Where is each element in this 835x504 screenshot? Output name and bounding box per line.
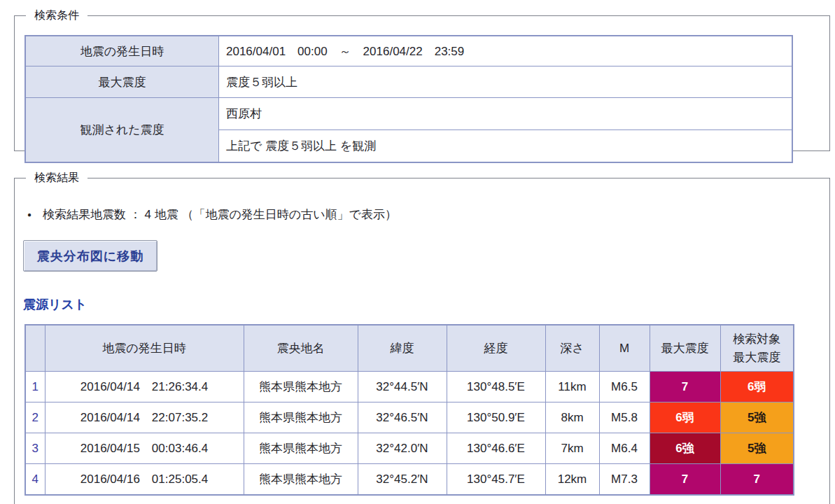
header-datetime: 地震の発生日時 [45,325,244,372]
bullet-icon: ● [27,211,31,218]
magnitude-cell: M5.8 [599,402,650,433]
header-longitude: 経度 [447,325,545,372]
max-intensity-cell: 6強 [650,433,720,464]
search-conditions-table: 地震の発生日時 2016/04/01 00:00 ～ 2016/04/22 23… [24,35,793,163]
table-row: 1 2016/04/14 21:26:34.4 熊本県熊本地方 32°44.5′… [25,372,794,402]
datetime-cell: 2016/04/15 00:03:46.4 [45,433,244,464]
magnitude-cell: M6.4 [599,433,650,464]
search-results-legend: 検索結果 [26,171,87,186]
hypocenter-list-title: 震源リスト [23,296,87,313]
latitude-cell: 32°44.5′N [358,372,447,402]
magnitude-cell: M7.3 [599,464,650,496]
search-max-intensity-cell: 7 [720,464,794,496]
header-max-intensity: 最大震度 [650,325,720,372]
header-number [25,325,45,372]
depth-cell: 8km [545,402,599,433]
search-results-section: 検索結果 ● 検索結果地震数 ： 4 地震 （「地震の発生日時の古い順」で表示）… [14,171,830,504]
result-count-line: ● 検索結果地震数 ： 4 地震 （「地震の発生日時の古い順」で表示） [27,206,397,223]
condition-observed-label: 観測された震度 [25,98,219,163]
depth-cell: 12km [545,464,599,496]
table-row: 4 2016/04/16 01:25:05.4 熊本県熊本地方 32°45.2′… [25,464,794,496]
earthquake-db-results-page: { "search_conditions": { "legend": "検索条件… [0,0,835,504]
depth-cell: 7km [545,433,599,464]
search-max-intensity-cell: 6弱 [720,372,794,402]
datetime-cell: 2016/04/16 01:25:05.4 [45,464,244,496]
header-depth: 深さ [545,325,599,372]
latitude-cell: 32°46.5′N [358,402,447,433]
condition-datetime-label: 地震の発生日時 [25,36,219,66]
search-max-intensity-cell: 5強 [720,402,794,433]
result-count-text: 検索結果地震数 ： 4 地震 （「地震の発生日時の古い順」で表示） [43,206,397,223]
longitude-cell: 130°50.9′E [447,402,545,433]
condition-datetime-value: 2016/04/01 00:00 ～ 2016/04/22 23:59 [219,36,793,66]
place-cell: 熊本県熊本地方 [244,433,358,464]
row-number-cell: 1 [25,372,45,402]
header-latitude: 緯度 [358,325,447,372]
row-number-cell: 2 [25,402,45,433]
place-cell: 熊本県熊本地方 [244,464,358,496]
hypocenter-table: 地震の発生日時 震央地名 緯度 経度 深さ M 最大震度 検索対象 最大震度 1… [24,324,794,496]
move-to-epicenter-map-button[interactable]: 震央分布図に移動 [23,240,157,272]
hypocenter-table-header: 地震の発生日時 震央地名 緯度 経度 深さ M 最大震度 検索対象 最大震度 [25,325,794,372]
row-number-cell: 3 [25,433,45,464]
depth-cell: 11km [545,372,599,402]
condition-max-intensity-label: 最大震度 [25,66,219,98]
longitude-cell: 130°46.6′E [447,433,545,464]
place-cell: 熊本県熊本地方 [244,402,358,433]
condition-observed-station: 西原村 [219,98,793,130]
table-row: 観測された震度 西原村 [25,98,792,130]
search-max-intensity-cell: 5強 [720,433,794,464]
latitude-cell: 32°45.2′N [358,464,447,496]
table-row: 3 2016/04/15 00:03:46.4 熊本県熊本地方 32°42.0′… [25,433,794,464]
header-search-max-intensity: 検索対象 最大震度 [720,325,794,372]
search-conditions-legend: 検索条件 [26,8,87,23]
condition-observed-criteria: 上記で 震度５弱以上 を観測 [219,130,793,163]
magnitude-cell: M6.5 [599,372,650,402]
max-intensity-cell: 7 [650,372,720,402]
header-magnitude: M [599,325,650,372]
header-place: 震央地名 [244,325,358,372]
max-intensity-cell: 7 [650,464,720,496]
table-row: 2 2016/04/14 22:07:35.2 熊本県熊本地方 32°46.5′… [25,402,794,433]
search-conditions-section: 検索条件 地震の発生日時 2016/04/01 00:00 ～ 2016/04/… [14,8,830,151]
longitude-cell: 130°45.7′E [447,464,545,496]
place-cell: 熊本県熊本地方 [244,372,358,402]
datetime-cell: 2016/04/14 21:26:34.4 [45,372,244,402]
table-row: 最大震度 震度５弱以上 [25,66,792,98]
header-row: 地震の発生日時 震央地名 緯度 経度 深さ M 最大震度 検索対象 最大震度 [25,325,794,372]
latitude-cell: 32°42.0′N [358,433,447,464]
condition-max-intensity-value: 震度５弱以上 [219,66,793,98]
datetime-cell: 2016/04/14 22:07:35.2 [45,402,244,433]
longitude-cell: 130°48.5′E [447,372,545,402]
max-intensity-cell: 6弱 [650,402,720,433]
row-number-cell: 4 [25,464,45,496]
table-row: 地震の発生日時 2016/04/01 00:00 ～ 2016/04/22 23… [25,36,792,66]
